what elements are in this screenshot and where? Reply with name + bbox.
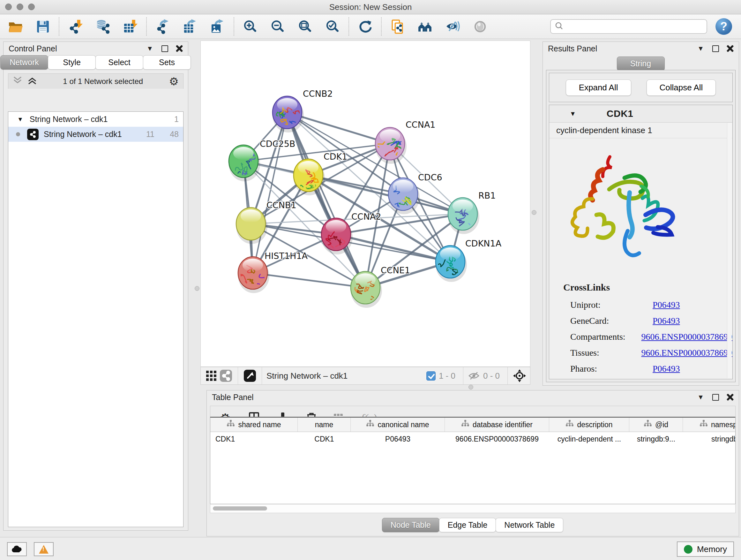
tab-network-table[interactable]: Network Table (495, 518, 563, 532)
network-options-gear-icon[interactable]: ⚙ (169, 76, 179, 87)
expand-all-button[interactable]: Expand All (566, 79, 631, 96)
network-node-CCNA1[interactable] (375, 127, 407, 164)
bottom-splitter-handle[interactable] (468, 385, 473, 389)
control-panel-close-icon[interactable] (176, 45, 183, 52)
network-node-HIST1H1A[interactable] (238, 257, 271, 293)
network-node-CDK1[interactable] (293, 159, 325, 195)
column-header-canonical-name[interactable]: canonical name (351, 418, 445, 432)
show-hide-graphic-details-icon[interactable] (445, 19, 460, 34)
bird-eye-view-icon[interactable] (472, 19, 488, 34)
results-panel-close-icon[interactable] (727, 45, 734, 52)
node-table[interactable]: shared namenamecanonical namedatabase id… (210, 417, 736, 504)
crosslink-link[interactable]: P06493 (653, 316, 680, 326)
control-panel-undock-icon[interactable] (161, 45, 168, 52)
window-controls[interactable] (5, 3, 35, 10)
window-zoom-button[interactable] (28, 3, 35, 10)
memory-button[interactable]: Memory (677, 542, 734, 557)
collapse-all-icon[interactable] (13, 76, 22, 87)
show-all-panels-icon[interactable] (417, 19, 433, 34)
tab-edge-table[interactable]: Edge Table (439, 518, 496, 532)
table-cell[interactable]: CDK1 (210, 435, 298, 443)
table-panel-undock-icon[interactable] (712, 394, 719, 401)
crosslink-link[interactable]: P06493 (653, 300, 680, 310)
save-session-icon[interactable] (35, 19, 51, 34)
table-row[interactable]: CDK1CDK1P064939606.ENSP00000378699cyclin… (210, 432, 735, 446)
network-edge[interactable] (287, 112, 365, 288)
tab-style[interactable]: Style (48, 55, 96, 70)
network-collection-row[interactable]: ▼ String Network – cdk1 1 (8, 112, 183, 127)
network-node-CDC6[interactable] (388, 178, 420, 214)
table-cell[interactable]: 9606.ENSP00000378699 (445, 435, 549, 443)
tab-select[interactable]: Select (95, 55, 143, 70)
network-edge[interactable] (253, 273, 365, 288)
control-panel-float-icon[interactable]: ▼ (146, 45, 153, 52)
window-minimize-button[interactable] (17, 3, 23, 10)
entry-header[interactable]: ▼ CDK1 (549, 105, 732, 123)
window-close-button[interactable] (5, 3, 12, 10)
table-panel-float-icon[interactable]: ▼ (697, 393, 704, 401)
crosslink-link[interactable]: 9606.ENSP00000378699 (642, 332, 732, 342)
selected-indicator-checkbox[interactable] (426, 371, 435, 381)
open-session-icon[interactable] (8, 19, 23, 34)
crosslink-link[interactable]: P06493 (653, 364, 680, 374)
entry-scrollbar[interactable] (727, 123, 732, 378)
network-canvas[interactable]: CCNB2CCNA1CDC25BCDK1CDC6RB1CCNB1CCNA2CDK… (200, 41, 530, 367)
network-node-CDKN1A[interactable] (435, 246, 467, 282)
import-network-icon[interactable] (68, 19, 83, 34)
clone-network-icon[interactable] (390, 19, 405, 34)
table-horizontal-scrollbar[interactable] (210, 504, 736, 513)
zoom-selected-icon[interactable] (325, 19, 340, 34)
column-header--id[interactable]: @id (629, 418, 683, 432)
update-network-icon[interactable] (357, 19, 373, 34)
tab-sets[interactable]: Sets (143, 55, 191, 70)
collection-expand-icon[interactable]: ▼ (17, 116, 23, 123)
tab-node-table[interactable]: Node Table (382, 518, 440, 532)
network-node-RB1[interactable] (448, 198, 479, 234)
table-cell[interactable]: cyclin-dependent ... (549, 435, 629, 443)
network-edge[interactable] (253, 112, 287, 273)
fit-content-crosshair-icon[interactable] (512, 368, 527, 383)
zoom-fit-icon[interactable] (297, 19, 313, 34)
table-cell[interactable]: P06493 (351, 435, 445, 443)
export-network-icon[interactable] (155, 19, 171, 34)
network-node-CCNB2[interactable] (273, 96, 304, 132)
grid-mode-icon[interactable] (204, 368, 219, 383)
tab-network[interactable]: Network (0, 55, 48, 70)
help-button[interactable]: ? (716, 18, 732, 35)
import-table-icon[interactable] (123, 19, 138, 34)
warning-button[interactable] (34, 542, 54, 556)
entry-collapse-icon[interactable]: ▼ (569, 110, 576, 118)
tab-string[interactable]: String (617, 57, 665, 71)
collapse-all-button[interactable]: Collapse All (647, 79, 716, 96)
zoom-in-icon[interactable] (243, 19, 258, 34)
column-header-database-identifier[interactable]: database identifier (445, 418, 549, 432)
table-panel-close-icon[interactable] (727, 394, 734, 401)
table-cell[interactable]: CDK1 (298, 435, 351, 443)
right-splitter-handle[interactable] (532, 210, 536, 215)
search-input[interactable] (550, 19, 707, 34)
import-network-from-database-icon[interactable] (95, 19, 111, 34)
column-header-namespace[interactable]: namespace (683, 418, 736, 432)
network-row[interactable]: String Network – cdk1 11 48 (8, 127, 183, 142)
network-node-CCNA2[interactable] (321, 218, 353, 254)
birds-eye-toggle-icon[interactable] (243, 368, 257, 383)
export-image-icon[interactable] (210, 19, 225, 34)
table-cell[interactable]: stringdb:9... (629, 435, 683, 443)
column-header-name[interactable]: name (298, 418, 351, 432)
search-text-field[interactable] (566, 22, 703, 31)
results-panel-undock-icon[interactable] (712, 45, 719, 52)
column-header-description[interactable]: description (549, 418, 629, 432)
network-node-CDC25B[interactable] (229, 145, 260, 181)
scrollbar-thumb[interactable] (213, 506, 267, 510)
expand-all-icon[interactable] (27, 76, 37, 87)
results-panel-float-icon[interactable]: ▼ (697, 45, 704, 52)
crosslink-link[interactable]: 9606.ENSP00000378699 (642, 348, 732, 358)
zoom-out-icon[interactable] (270, 19, 285, 34)
network-node-CCNE1[interactable] (351, 271, 382, 308)
export-table-icon[interactable] (183, 19, 198, 34)
cloud-button[interactable] (7, 542, 27, 556)
network-view-icon[interactable] (219, 368, 233, 383)
left-splitter-handle[interactable] (195, 286, 199, 291)
table-cell[interactable]: stringdb (683, 435, 736, 443)
column-header-shared-name[interactable]: shared name (210, 418, 298, 432)
